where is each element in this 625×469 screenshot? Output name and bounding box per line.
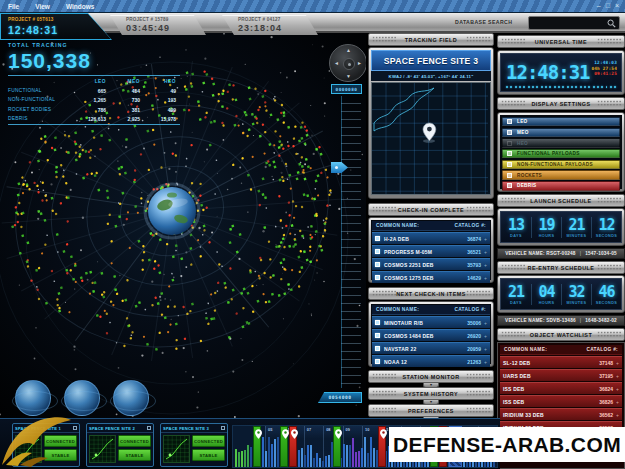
add-icon[interactable]: + (484, 346, 487, 352)
check-in-complete-header[interactable]: CHECK-IN COMPLETE (368, 203, 494, 216)
display-setting-heo[interactable]: HEO (502, 138, 620, 147)
add-icon[interactable]: + (484, 262, 487, 268)
map-grid (372, 83, 488, 194)
add-icon[interactable]: + (616, 386, 619, 392)
orbit-viewport[interactable]: TOTAL TRACKING 150,338 LEO MEO HEO FUNCT… (0, 33, 366, 418)
row-checkbox[interactable] (375, 333, 380, 338)
checkbox-unchecked[interactable] (507, 141, 512, 146)
database-search-input[interactable] (528, 16, 620, 30)
globe-preview-3[interactable] (113, 380, 149, 416)
timeline-pin-red[interactable] (289, 426, 297, 467)
add-icon[interactable]: + (616, 373, 619, 379)
row-checkbox[interactable] (375, 249, 380, 254)
launch-schedule-header[interactable]: LAUNCH SCHEDULE (497, 194, 625, 207)
display-setting-meo[interactable]: MEO (502, 128, 620, 137)
dpad-center-button[interactable] (343, 58, 355, 70)
add-icon[interactable]: + (616, 412, 619, 418)
display-settings-header[interactable]: DISPLAY SETTINGS (497, 97, 625, 110)
add-icon[interactable]: + (616, 399, 619, 405)
table-row[interactable]: NAVSTAR 2220959+ (372, 342, 490, 354)
dpad-left-icon[interactable]: ◄ (334, 60, 339, 66)
table-row[interactable]: COSMOS 1275 DEB14629+ (372, 271, 490, 283)
search-icon[interactable] (607, 19, 616, 28)
waveform-bar (370, 437, 372, 467)
status-connected[interactable]: CONNECTED (192, 435, 225, 447)
system-history-header[interactable]: SYSTEM HISTORY (368, 387, 494, 400)
checkbox-checked[interactable] (507, 151, 512, 156)
table-row[interactable]: NOAA 1221263+ (372, 355, 490, 367)
tab-project-05t613[interactable]: PROJECT # 05T613 12:48:31 (0, 13, 112, 40)
site-checkbox[interactable] (221, 426, 225, 430)
station-monitor-header[interactable]: STATION MONITOR (368, 370, 494, 383)
object-watchlist-header[interactable]: OBJECT WATCHLIST (497, 328, 625, 341)
object-name: NAVSTAR 22 (384, 346, 416, 352)
reentry-schedule-header[interactable]: RE-ENTRY SCHEDULE (497, 261, 625, 274)
waveform-bar (352, 438, 354, 467)
preferences-header[interactable]: PREFERENCES (368, 404, 494, 417)
add-icon[interactable]: + (484, 320, 487, 326)
row-checkbox[interactable] (375, 262, 380, 267)
row-checkbox[interactable] (375, 236, 380, 241)
slider-ticks (341, 96, 361, 388)
timeline-pin-red[interactable] (378, 426, 386, 467)
dpad-down-icon[interactable]: ▼ (346, 73, 351, 79)
dpad-right-icon[interactable]: ► (357, 60, 362, 66)
display-setting-rockets[interactable]: ROCKETS (502, 170, 620, 179)
table-row[interactable]: UARS DEB37195+ (500, 369, 622, 381)
table-row[interactable]: MINOTAUR R/B35006+ (372, 316, 490, 328)
add-icon[interactable]: + (484, 249, 487, 255)
checkbox-checked[interactable] (507, 162, 512, 167)
display-setting-debris[interactable]: DEBRIS (502, 181, 620, 190)
row-checkbox[interactable] (375, 346, 380, 351)
checkbox-checked[interactable] (507, 130, 512, 135)
next-check-in-header[interactable]: NEXT CHECK-IN ITEMS (368, 287, 494, 300)
minimize-icon[interactable]: – (597, 1, 601, 11)
timeline-pin-green[interactable] (333, 426, 341, 467)
row-checkbox[interactable] (375, 359, 380, 364)
display-setting-leo[interactable]: LEO (502, 117, 620, 126)
table-row[interactable]: PROGRESS M-05M36521+ (372, 245, 490, 257)
close-icon[interactable]: × (615, 1, 619, 11)
display-setting-functional-payloads[interactable]: FUNCTIONAL PAYLOADS (502, 149, 620, 158)
display-settings-panel: LEOMEOHEOFUNCTIONAL PAYLOADSNON-FUNCTION… (497, 112, 625, 192)
status-stable[interactable]: STABLE (192, 449, 225, 461)
table-row[interactable]: ISS DEB36826+ (500, 395, 622, 407)
timeline-pin-green[interactable] (253, 426, 261, 467)
menu-windows[interactable]: Windows (66, 3, 94, 10)
timeline-pin-green[interactable] (280, 426, 288, 467)
row-checkbox[interactable] (375, 275, 380, 280)
add-icon[interactable]: + (484, 236, 487, 242)
waveform-bar (373, 448, 375, 467)
status-connected[interactable]: CONNECTED (118, 435, 151, 447)
altitude-slider[interactable] (333, 96, 361, 388)
universal-time-header[interactable]: UNIVERSAL TIME (497, 35, 625, 48)
add-icon[interactable]: + (484, 275, 487, 281)
space-fence-app: File View Windows – □ × PROJECT # 05T613… (0, 0, 625, 469)
checkbox-checked[interactable] (507, 119, 512, 124)
add-icon[interactable]: + (484, 333, 487, 339)
table-row[interactable]: SL-12 DEB37148+ (500, 356, 622, 368)
menu-view[interactable]: View (35, 3, 50, 10)
menu-file[interactable]: File (8, 3, 19, 10)
tracking-field-header[interactable]: TRACKING FIELD (368, 33, 494, 46)
table-row[interactable]: ISS DEB36824+ (500, 382, 622, 394)
tracking-field-map[interactable] (371, 82, 491, 195)
table-row[interactable]: H-2A DEB36874+ (372, 232, 490, 244)
table-row[interactable]: IRIDIUM 33 DEB36562+ (500, 408, 622, 420)
status-stable[interactable]: STABLE (118, 449, 151, 461)
add-icon[interactable]: + (616, 360, 619, 366)
waveform-bar (349, 445, 351, 467)
dpad-up-icon[interactable]: ▲ (346, 47, 351, 53)
object-name: COSMOS 1275 DEB (384, 275, 434, 281)
camera-dpad[interactable]: ▲ ▼ ◄ ► (329, 44, 366, 82)
add-icon[interactable]: + (484, 359, 487, 365)
site-checkbox[interactable] (147, 426, 151, 430)
maximize-icon[interactable]: □ (606, 1, 610, 11)
row-checkbox[interactable] (375, 320, 380, 325)
checkbox-checked[interactable] (507, 173, 512, 178)
checkbox-checked[interactable] (507, 183, 512, 188)
project-clock: 12:48:31 (8, 24, 58, 36)
display-setting-non-functional-payloads[interactable]: NON-FUNCTIONAL PAYLOADS (502, 160, 620, 169)
table-row[interactable]: COSMOS 1484 DEB26920+ (372, 329, 490, 341)
table-row[interactable]: COSMOS 2251 DEB35793+ (372, 258, 490, 270)
